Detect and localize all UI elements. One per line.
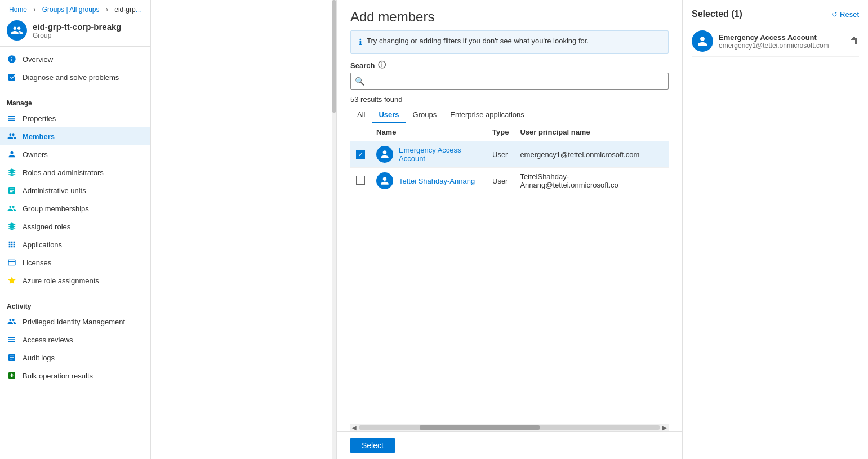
breadcrumb-groups[interactable]: Groups | All groups (42, 6, 100, 14)
sidebar-item-members-label: Members (23, 132, 55, 141)
tabs: All Users Groups Enterprise applications (337, 107, 682, 123)
sidebar-item-admin-units[interactable]: Administrative units (0, 181, 150, 199)
col-type: Type (487, 123, 514, 141)
tab-enterprise[interactable]: Enterprise applications (443, 107, 531, 123)
pim-icon (7, 317, 17, 327)
breadcrumb-home[interactable]: Home (9, 6, 27, 14)
search-section: Search ⓘ 🔍 (337, 60, 682, 93)
row-name[interactable]: Tettei Shahday-Annang (399, 177, 475, 185)
table-row: ✓ Emergency Access Account Useremergency… (350, 141, 669, 168)
sidebar-scrollbar[interactable] (332, 0, 336, 459)
hscroll-track (359, 425, 660, 430)
row-checkbox[interactable] (356, 176, 365, 185)
properties-icon (7, 113, 17, 123)
sidebar-item-diagnose-label: Diagnose and solve problems (23, 73, 119, 82)
user-cell: Emergency Access Account (376, 146, 481, 163)
sidebar-item-licenses[interactable]: Licenses (0, 253, 150, 271)
row-checkbox-cell: ✓ (350, 141, 371, 168)
selected-header: Selected (1) ↺ Reset (692, 9, 859, 19)
col-name: Name (371, 123, 487, 141)
search-input[interactable] (350, 73, 669, 90)
scrollbar-thumb (332, 0, 336, 113)
reset-label: Reset (840, 10, 859, 19)
table-header-row: Name Type User principal name (350, 123, 669, 141)
breadcrumb-current: eid-grp-tt-co... (114, 6, 150, 14)
sidebar-item-bulk-ops[interactable]: Bulk operation results (0, 367, 150, 385)
group-avatar (7, 20, 27, 41)
sidebar-item-diagnose[interactable]: Diagnose and solve problems (0, 68, 150, 86)
sidebar: Home › Groups | All groups › eid-grp-tt-… (0, 0, 151, 459)
row-name[interactable]: Emergency Access Account (399, 146, 481, 163)
reset-button[interactable]: ↺ Reset (831, 10, 859, 19)
tab-users[interactable]: Users (372, 107, 406, 123)
table-wrap: Name Type User principal name ✓ Emergenc… (350, 123, 669, 424)
search-help-icon[interactable]: ⓘ (378, 60, 386, 70)
right-panel: Selected (1) ↺ Reset Emergency Access Ac… (682, 0, 868, 459)
results-count: 53 results found (337, 93, 682, 107)
sidebar-item-applications[interactable]: Applications (0, 235, 150, 253)
info-banner: ℹ Try changing or adding filters if you … (350, 30, 669, 54)
sidebar-item-owners-label: Owners (23, 150, 48, 159)
selected-item-name: Emergency Access Account (719, 33, 844, 42)
row-name-cell: Emergency Access Account (371, 141, 487, 168)
sidebar-item-azure-roles-label: Azure role assignments (23, 277, 99, 285)
selected-item-email: emergency1@tettei.onmicrosoft.com (719, 42, 844, 50)
breadcrumb-sep1: › (33, 6, 37, 14)
sidebar-item-licenses-label: Licenses (23, 259, 51, 267)
sidebar-item-properties[interactable]: Properties (0, 109, 150, 127)
group-memberships-icon (7, 203, 17, 213)
bulk-ops-icon (7, 371, 17, 381)
sidebar-item-owners[interactable]: Owners (0, 145, 150, 163)
sidebar-item-azure-roles[interactable]: Azure role assignments (0, 271, 150, 289)
tab-groups[interactable]: Groups (406, 107, 444, 123)
sidebar-item-members[interactable]: Members (0, 127, 150, 145)
sidebar-item-assigned-roles[interactable]: Assigned roles (0, 217, 150, 235)
activity-section-label: Activity (0, 297, 150, 313)
roles-icon (7, 167, 17, 177)
bottom-bar: Select (337, 431, 682, 459)
info-banner-text: Try changing or adding filters if you do… (367, 37, 589, 45)
sidebar-item-access-reviews[interactable]: Access reviews (0, 331, 150, 349)
col-checkbox (350, 123, 371, 141)
sidebar-item-access-reviews-label: Access reviews (23, 336, 73, 344)
sidebar-item-group-memberships-label: Group memberships (23, 204, 89, 213)
group-name: eid-grp-tt-corp-breakg (33, 22, 122, 32)
hscroll-left-arrow[interactable]: ◀ (350, 424, 358, 431)
access-reviews-icon (7, 335, 17, 345)
sidebar-item-roles-admins[interactable]: Roles and administrators (0, 163, 150, 181)
sidebar-item-overview[interactable]: Overview (0, 50, 150, 68)
assigned-roles-icon (7, 221, 17, 231)
sidebar-item-pim[interactable]: Privileged Identity Management (0, 313, 150, 331)
row-upn-cell: TetteiShahday-Annang@tettei.onmicrosoft.… (514, 168, 669, 194)
left-panel (151, 0, 337, 459)
sidebar-item-properties-label: Properties (23, 114, 56, 123)
sidebar-item-roles-admins-label: Roles and administrators (23, 168, 104, 177)
reset-icon: ↺ (831, 10, 838, 19)
hscroll-right-arrow[interactable]: ▶ (661, 424, 669, 431)
search-icon: 🔍 (355, 77, 364, 86)
horizontal-scrollbar[interactable]: ◀ ▶ (350, 424, 669, 431)
table-row: Tettei Shahday-Annang UserTetteiShahday-… (350, 168, 669, 194)
breadcrumb-sep2: › (106, 6, 110, 14)
info-banner-icon: ℹ (359, 37, 362, 47)
delete-selected-icon[interactable]: 🗑 (850, 36, 859, 46)
tab-all[interactable]: All (350, 107, 372, 123)
main-content: Add members ℹ Try changing or adding fil… (151, 0, 868, 459)
row-upn-cell: emergency1@tettei.onmicrosoft.com (514, 141, 669, 168)
row-checkbox[interactable]: ✓ (356, 150, 365, 159)
search-label-text: Search (350, 61, 375, 70)
group-type: Group (33, 32, 122, 39)
breadcrumb: Home › Groups | All groups › eid-grp-tt-… (0, 0, 150, 16)
sidebar-item-assigned-roles-label: Assigned roles (23, 222, 70, 231)
user-cell: Tettei Shahday-Annang (376, 172, 481, 189)
sidebar-item-admin-units-label: Administrative units (23, 186, 86, 195)
sidebar-item-pim-label: Privileged Identity Management (23, 318, 125, 326)
row-type-cell: User (487, 141, 514, 168)
selected-item-info: Emergency Access Account emergency1@tett… (719, 33, 844, 50)
sidebar-item-audit-logs[interactable]: Audit logs (0, 349, 150, 367)
select-button[interactable]: Select (350, 438, 395, 453)
content-wrapper: Add members ℹ Try changing or adding fil… (151, 0, 868, 459)
sidebar-item-group-memberships[interactable]: Group memberships (0, 199, 150, 217)
azure-roles-icon (7, 275, 17, 286)
sidebar-item-overview-label: Overview (23, 55, 53, 64)
